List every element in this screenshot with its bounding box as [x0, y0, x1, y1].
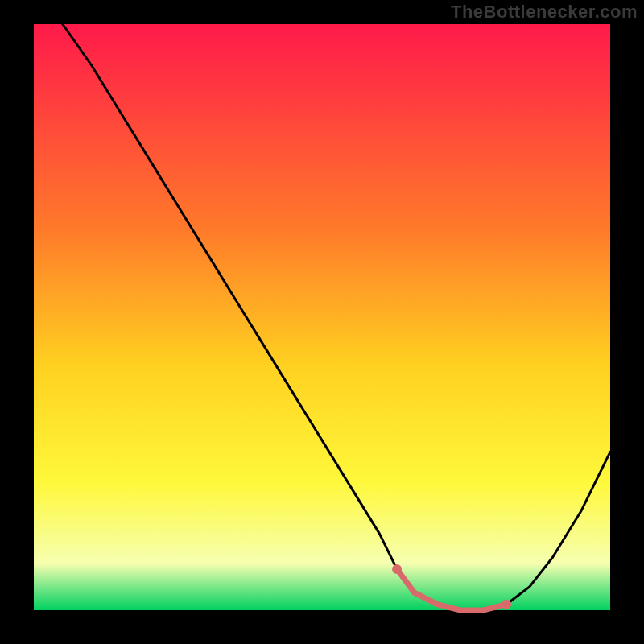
bottleneck-chart — [0, 0, 644, 644]
chart-container: TheBottlenecker.com — [0, 0, 644, 644]
optimal-range-end-dot — [502, 600, 511, 609]
optimal-range-start-dot — [392, 564, 402, 574]
